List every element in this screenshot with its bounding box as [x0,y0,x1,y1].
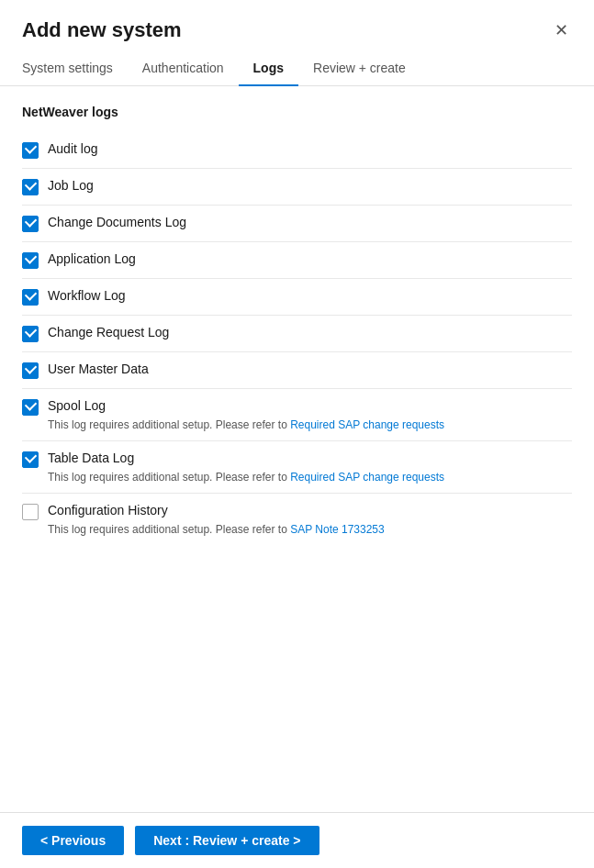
log-label-spool-log: Spool Log [48,398,106,413]
tab-system-settings[interactable]: System settings [22,51,128,86]
log-row-configuration-history: Configuration History [22,503,572,520]
tab-review-create[interactable]: Review + create [298,51,420,86]
log-row-change-request-log: Change Request Log [22,325,572,342]
tab-authentication[interactable]: Authentication [128,51,239,86]
log-item-change-request-log: Change Request Log [22,316,572,352]
checkbox-job-log[interactable] [22,179,39,195]
checkbox-application-log[interactable] [22,252,39,269]
log-row-spool-log: Spool Log [22,398,572,416]
log-label-configuration-history: Configuration History [48,503,168,517]
log-row-workflow-log: Workflow Log [22,288,572,306]
log-label-table-data-log: Table Data Log [48,451,134,465]
log-row-application-log: Application Log [22,251,572,269]
dialog-title: Add new system [22,18,182,42]
checkbox-spool-log[interactable] [22,399,39,416]
log-row-audit-log: Audit log [22,141,572,159]
log-row-job-log: Job Log [22,178,572,195]
checkbox-audit-log[interactable] [22,142,39,159]
log-description-spool-log: This log requires additional setup. Plea… [48,418,572,431]
log-link-spool-log[interactable]: Required SAP change requests [290,418,444,431]
log-link-table-data-log[interactable]: Required SAP change requests [290,471,444,484]
dialog-header: Add new system ✕ [0,0,594,51]
checkbox-configuration-history[interactable] [22,504,39,520]
checkbox-user-master-data[interactable] [22,362,39,379]
log-item-audit-log: Audit log [22,132,572,169]
checkbox-change-documents-log[interactable] [22,216,39,232]
log-item-user-master-data: User Master Data [22,352,572,389]
tabs-bar: System settingsAuthenticationLogsReview … [0,51,594,86]
checkbox-table-data-log[interactable] [22,451,39,468]
log-link-configuration-history[interactable]: SAP Note 1733253 [290,523,385,536]
log-item-workflow-log: Workflow Log [22,279,572,316]
checkbox-change-request-log[interactable] [22,326,39,342]
logs-list: Audit logJob LogChange Documents LogAppl… [22,132,572,545]
next-button[interactable]: Next : Review + create > [135,826,319,855]
log-item-application-log: Application Log [22,242,572,279]
log-row-user-master-data: User Master Data [22,362,572,379]
log-label-user-master-data: User Master Data [48,362,149,376]
log-item-table-data-log: Table Data LogThis log requires addition… [22,441,572,494]
close-button[interactable]: ✕ [551,18,572,42]
log-description-table-data-log: This log requires additional setup. Plea… [48,471,572,484]
dialog: Add new system ✕ System settingsAuthenti… [0,0,594,868]
footer: < Previous Next : Review + create > [0,812,594,868]
section-title: NetWeaver logs [22,105,572,119]
log-row-table-data-log: Table Data Log [22,451,572,468]
log-label-job-log: Job Log [48,178,94,193]
log-item-spool-log: Spool LogThis log requires additional se… [22,389,572,441]
content-area: NetWeaver logs Audit logJob LogChange Do… [0,86,594,812]
log-label-application-log: Application Log [48,251,136,266]
log-item-change-documents-log: Change Documents Log [22,206,572,242]
log-label-workflow-log: Workflow Log [48,288,126,303]
previous-button[interactable]: < Previous [22,826,124,855]
log-item-job-log: Job Log [22,169,572,206]
log-label-audit-log: Audit log [48,141,97,156]
log-label-change-request-log: Change Request Log [48,325,169,339]
log-item-configuration-history: Configuration HistoryThis log requires a… [22,494,572,545]
tab-logs[interactable]: Logs [239,51,298,86]
log-description-configuration-history: This log requires additional setup. Plea… [48,523,572,536]
checkbox-workflow-log[interactable] [22,289,39,306]
log-label-change-documents-log: Change Documents Log [48,215,186,229]
log-row-change-documents-log: Change Documents Log [22,215,572,232]
